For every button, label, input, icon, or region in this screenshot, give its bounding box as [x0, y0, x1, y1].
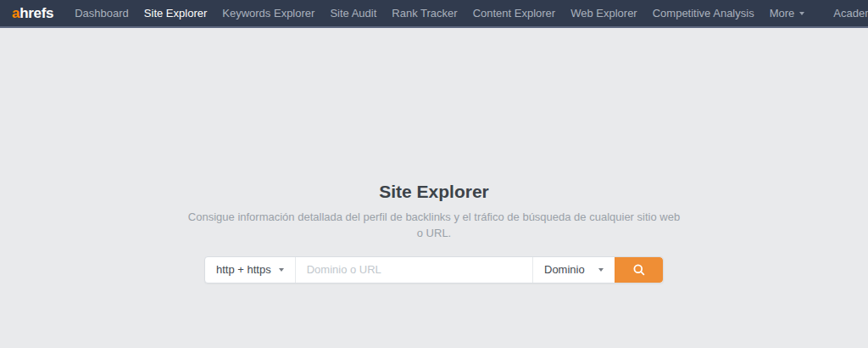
nav-site-explorer[interactable]: Site Explorer: [136, 0, 214, 27]
nav-academy[interactable]: Academy: [826, 0, 868, 27]
nav-site-audit[interactable]: Site Audit: [322, 0, 384, 27]
site-explorer-search-bar: http + https Dominio: [204, 256, 664, 283]
search-button[interactable]: [615, 257, 663, 283]
mode-dropdown[interactable]: Dominio: [532, 257, 615, 283]
nav-rank-tracker[interactable]: Rank Tracker: [384, 0, 465, 27]
top-navbar: ahrefs Dashboard Site Explorer Keywords …: [0, 0, 868, 28]
protocol-dropdown-value: http + https: [216, 263, 271, 276]
chevron-down-icon: [598, 268, 604, 272]
nav-keywords-explorer[interactable]: Keywords Explorer: [214, 0, 322, 27]
primary-nav: Dashboard Site Explorer Keywords Explore…: [67, 0, 812, 27]
domain-url-input[interactable]: [296, 257, 532, 283]
nav-more-label: More: [770, 0, 795, 27]
chevron-down-icon: [799, 12, 804, 15]
search-icon: [632, 263, 646, 277]
logo-rest-letters: hrefs: [19, 5, 53, 21]
nav-academy-label: Academy: [833, 0, 868, 27]
chevron-down-icon: [279, 268, 284, 272]
protocol-dropdown[interactable]: http + https: [205, 257, 296, 283]
nav-competitive-analysis[interactable]: Competitive Analysis: [645, 0, 762, 27]
page-subtitle: Consigue información detallada del perfi…: [184, 210, 684, 242]
mode-dropdown-value: Dominio: [544, 263, 585, 276]
nav-web-explorer[interactable]: Web Explorer: [563, 0, 645, 27]
ahrefs-logo[interactable]: ahrefs: [12, 6, 53, 20]
nav-content-explorer[interactable]: Content Explorer: [465, 0, 564, 27]
site-explorer-hero: Site Explorer Consigue información detal…: [0, 28, 868, 283]
logo-accent-letter: a: [12, 5, 19, 21]
page-title: Site Explorer: [379, 182, 489, 202]
nav-dashboard[interactable]: Dashboard: [67, 0, 136, 27]
nav-more[interactable]: More: [762, 0, 813, 27]
